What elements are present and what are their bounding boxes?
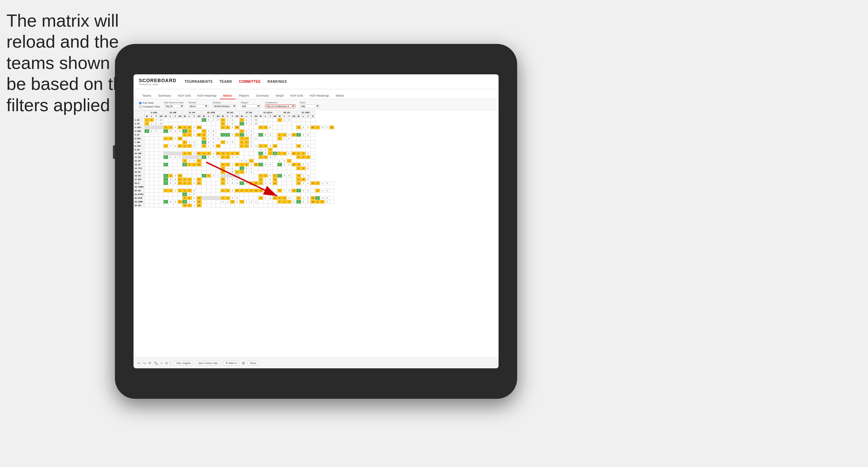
matrix-cell <box>211 163 216 167</box>
team-select[interactable]: (All) <box>299 104 320 108</box>
matrix-cell <box>306 122 310 126</box>
subtab-matrix2[interactable]: Matrix <box>332 93 347 99</box>
sub-dif: Dif <box>196 115 201 118</box>
matrix-cell: 1 <box>287 200 291 204</box>
nav-teams[interactable]: TEAMS <box>219 80 232 83</box>
matrix-cell <box>201 167 206 170</box>
max-teams-label: Max teams in view <box>164 101 184 104</box>
matrix-cell <box>310 155 315 159</box>
matrix-cell <box>216 141 220 144</box>
matrix-cell: 0 <box>254 144 258 148</box>
conference-select[interactable]: Pac-12 Conference ▾ <box>265 104 295 108</box>
matrix-cell: 0 <box>249 200 254 204</box>
matrix-cell <box>230 129 235 133</box>
zoom-in-icon[interactable]: + <box>161 361 163 365</box>
matrix-cell: 2 <box>149 118 154 122</box>
matrix-cell <box>282 148 287 152</box>
subtab-summary1[interactable]: Summary <box>155 93 175 99</box>
matrix-cell <box>196 185 201 189</box>
matrix-cell: 0 <box>249 170 254 174</box>
subtab-h2hgrid2[interactable]: H2H Grid <box>287 93 307 99</box>
matrix-cell: 30 <box>310 200 315 204</box>
grid-icon[interactable]: ⊞ <box>242 361 245 365</box>
matrix-cell <box>268 129 272 133</box>
table-row: 20. UG1101030110404414501001013100010 <box>134 189 334 193</box>
matrix-cell: 0 <box>287 174 291 178</box>
table-row: 19. TAMU <box>134 185 334 189</box>
sub-l: L <box>187 115 192 118</box>
toolbar-separator <box>171 361 171 366</box>
matrix-cell: 1 <box>182 178 187 181</box>
matrix-cell <box>187 167 192 170</box>
nav-rankings[interactable]: RANKINGS <box>267 80 287 83</box>
compact-view-radio[interactable]: Compact View <box>139 105 160 108</box>
matrix-cell <box>268 159 272 163</box>
redo-icon[interactable]: ↪ <box>143 361 146 365</box>
matrix-cell: 0 <box>154 122 159 126</box>
nav-tournaments[interactable]: TOURNAMENTS <box>185 80 213 83</box>
subtab-h2hgrid1[interactable]: H2H Grid <box>174 93 194 99</box>
table-row: 6. FSU1403501001100010 <box>134 137 334 141</box>
matrix-cell: 1 <box>182 144 187 148</box>
matrix-cell: 0 <box>282 174 287 178</box>
refresh-icon[interactable]: ⟳ <box>148 361 151 365</box>
matrix-cell <box>287 155 291 159</box>
matrix-cell <box>329 189 334 193</box>
zoom-out-icon[interactable]: 🔍 <box>154 361 158 365</box>
matrix-cell <box>144 204 149 207</box>
subtab-detail[interactable]: Detail <box>272 93 287 99</box>
matrix-cell <box>159 144 163 148</box>
matrix-cell: 22 <box>196 163 201 167</box>
matrix-cell <box>263 129 268 133</box>
subtab-h2hheatmap1[interactable]: H2H Heatmap <box>194 93 220 99</box>
division-select[interactable]: NCAA Division I NCAA Division II <box>213 104 237 108</box>
share-btn[interactable]: Share <box>247 361 259 365</box>
matrix-cell: 2 <box>306 155 310 159</box>
matrix-cell: 2 <box>225 133 230 137</box>
matrix-cell <box>149 144 154 148</box>
view-original-btn[interactable]: View: Original <box>174 361 193 365</box>
matrix-cell: 1 <box>192 163 196 167</box>
matrix-cell: 2 <box>277 163 282 167</box>
row-team-label: 8. UAF <box>134 144 145 148</box>
matrix-cell <box>235 167 239 170</box>
subtab-h2hheatmap2[interactable]: H2H Heatmap <box>306 93 332 99</box>
matrix-cell <box>272 118 277 122</box>
undo-icon[interactable]: ↩ <box>138 361 140 365</box>
gender-select[interactable]: Men's Women's <box>188 104 209 108</box>
matrix-cell <box>192 122 196 126</box>
subtab-matrix1[interactable]: Matrix <box>220 93 236 99</box>
matrix-cell <box>244 196 249 200</box>
matrix-scroll[interactable]: 3. ASU 10. UW 11. UA 22. UCB 24. UO 27. … <box>134 110 499 358</box>
full-view-radio[interactable]: Full View <box>139 101 160 104</box>
region-select[interactable]: N/A East West <box>241 104 261 108</box>
matrix-cell: 0 <box>258 148 263 152</box>
subtab-summary2[interactable]: Summary <box>252 93 272 99</box>
matrix-cell: 0 <box>192 178 196 181</box>
matrix-cell: 0 <box>239 118 244 122</box>
row-team-label: 20. UG <box>134 189 145 193</box>
reset-zoom-icon[interactable]: ⊙ <box>165 361 168 365</box>
sub-dif: Dif <box>177 115 182 118</box>
matrix-cell <box>163 185 168 189</box>
matrix-cell: 0 <box>249 118 254 122</box>
matrix-cell <box>154 193 159 196</box>
subtab-players[interactable]: Players <box>236 93 252 99</box>
max-teams-select[interactable]: Top 25 Top 50 <box>164 104 184 108</box>
matrix-cell <box>187 185 192 189</box>
matrix-cell <box>230 144 235 148</box>
nav-committee[interactable]: COMMITTEE <box>239 80 261 83</box>
matrix-cell: 0 <box>239 159 244 163</box>
matrix-cell <box>149 155 154 159</box>
matrix-cell: 1 <box>282 189 287 193</box>
sub-l: L <box>244 115 249 118</box>
matrix-cell <box>163 148 168 152</box>
matrix-cell <box>235 144 239 148</box>
save-custom-btn[interactable]: Save Custom View <box>196 361 220 365</box>
watch-btn[interactable]: 👁 Watch ▾ <box>223 361 239 366</box>
matrix-cell: 2 <box>163 200 168 204</box>
subtab-teams[interactable]: Teams <box>139 93 155 99</box>
matrix-cell: 1 <box>230 200 235 204</box>
table-row: 8. UAF0101412001015110011011010 <box>134 144 334 148</box>
team-filter: Team (All) <box>299 101 320 108</box>
